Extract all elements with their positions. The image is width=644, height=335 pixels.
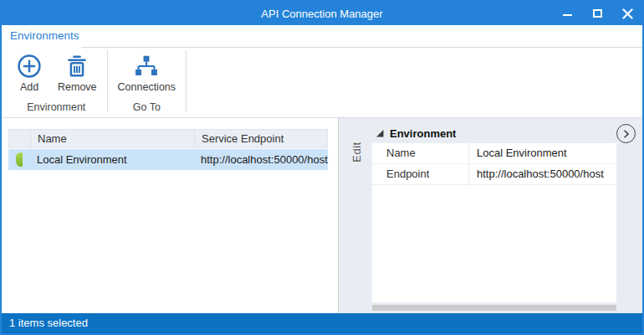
close-icon bbox=[622, 8, 633, 19]
ribbon-group-environment: Add Remove Environment bbox=[8, 48, 105, 117]
app-window: API Connection Manager Environments bbox=[0, 0, 644, 335]
property-name-value[interactable]: Local Environment bbox=[468, 143, 616, 163]
green-status-indicator-icon bbox=[16, 152, 23, 167]
property-name-label: Name bbox=[372, 143, 468, 163]
ribbon-group-separator bbox=[186, 50, 187, 112]
ribbon-buttons: Add Remove bbox=[8, 48, 105, 101]
window-controls bbox=[560, 2, 634, 25]
title-bar[interactable]: API Connection Manager bbox=[2, 2, 642, 25]
status-text: 1 items selected bbox=[9, 317, 88, 329]
column-header-name[interactable]: Name bbox=[31, 130, 195, 147]
add-button[interactable]: Add bbox=[8, 50, 50, 95]
property-category-label: Environment bbox=[390, 127, 456, 140]
row-indicator-cell bbox=[8, 149, 30, 170]
edit-tab[interactable]: Edit bbox=[342, 130, 371, 173]
environments-table: Name Service Endpoint Local Environment … bbox=[8, 129, 328, 170]
environment-list-pane: Name Service Endpoint Local Environment … bbox=[2, 118, 338, 313]
property-row-endpoint: Endpoint http://localhost:50000/host bbox=[372, 164, 616, 185]
maximize-icon bbox=[593, 9, 602, 18]
property-endpoint-value[interactable]: http://localhost:50000/host bbox=[468, 164, 616, 184]
property-row-name: Name Local Environment bbox=[372, 143, 616, 164]
group-label-goto: Go To bbox=[110, 101, 184, 117]
table-header-row: Name Service Endpoint bbox=[8, 129, 328, 148]
indicator-column-header bbox=[9, 130, 31, 147]
sitemap-icon bbox=[133, 53, 160, 80]
minimize-button[interactable] bbox=[560, 7, 574, 20]
collapse-panel-button[interactable] bbox=[616, 124, 636, 143]
horizontal-scrollbar[interactable] bbox=[372, 305, 616, 311]
add-circle-icon bbox=[16, 53, 43, 80]
group-label-environment: Environment bbox=[8, 101, 105, 117]
ribbon: Add Remove Environment bbox=[2, 48, 642, 118]
ribbon-group-goto: Connections Go To bbox=[110, 48, 184, 117]
ribbon-group-separator bbox=[107, 50, 108, 112]
chevron-right-icon bbox=[621, 128, 632, 140]
connections-button-label: Connections bbox=[118, 81, 176, 93]
maximize-button[interactable] bbox=[590, 7, 604, 20]
ribbon-tab-bar: Environments bbox=[2, 25, 642, 48]
close-button[interactable] bbox=[621, 7, 634, 20]
remove-button[interactable]: Remove bbox=[50, 50, 105, 95]
remove-button-label: Remove bbox=[58, 81, 97, 93]
main-content: Name Service Endpoint Local Environment … bbox=[2, 118, 642, 313]
category-expanded-icon bbox=[376, 130, 384, 137]
ribbon-buttons: Connections bbox=[110, 48, 184, 101]
table-row[interactable]: Local Environment http://localhost:50000… bbox=[8, 149, 328, 170]
window-title: API Connection Manager bbox=[2, 2, 642, 25]
property-endpoint-label: Endpoint bbox=[372, 164, 468, 184]
cell-name: Local Environment bbox=[30, 149, 194, 170]
edit-panel: Edit Environment Name Local Enviro bbox=[338, 118, 642, 313]
tab-environments[interactable]: Environments bbox=[10, 29, 79, 42]
status-bar: 1 items selected bbox=[2, 313, 642, 333]
cell-endpoint: http://localhost:50000/host bbox=[194, 149, 328, 170]
column-header-endpoint[interactable]: Service Endpoint bbox=[195, 130, 327, 147]
add-button-label: Add bbox=[20, 81, 38, 93]
property-grid-body: Name Local Environment Endpoint http://l… bbox=[372, 143, 616, 302]
property-grid: Environment Name Local Environment Endpo… bbox=[372, 124, 616, 311]
connections-button[interactable]: Connections bbox=[110, 50, 184, 95]
trash-icon bbox=[64, 53, 90, 80]
edit-tab-label: Edit bbox=[350, 142, 363, 162]
property-category-header[interactable]: Environment bbox=[372, 124, 616, 143]
minimize-icon bbox=[563, 14, 572, 16]
